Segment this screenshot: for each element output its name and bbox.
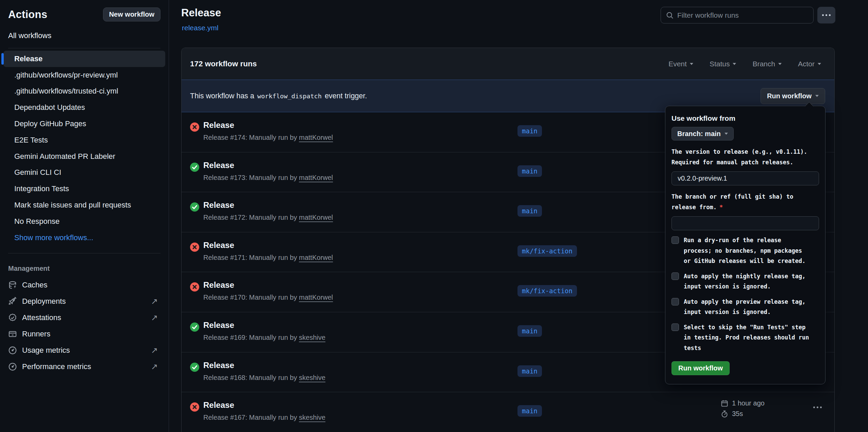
chevron-down-icon xyxy=(725,133,728,135)
branch-label[interactable]: main xyxy=(517,325,542,337)
sidebar-management-item[interactable]: Caches xyxy=(8,277,160,293)
checkbox-row[interactable]: Run a dry-run of the release process; no… xyxy=(671,235,819,266)
run-status-icon xyxy=(190,122,199,132)
run-description: Release #168: Manually run by skeshive xyxy=(203,374,325,382)
run-actor-link[interactable]: skeshive xyxy=(299,414,325,421)
run-kebab-menu[interactable] xyxy=(813,406,822,408)
sidebar-management-item[interactable]: Attestations ↗ xyxy=(8,310,160,326)
run-title-link[interactable]: Release xyxy=(203,361,234,370)
workflow-file-link[interactable]: release.yml xyxy=(182,24,218,32)
branch-label[interactable]: main xyxy=(517,405,542,417)
kebab-icon xyxy=(822,14,824,16)
branch-selector-button[interactable]: Branch: main xyxy=(671,127,734,140)
run-description: Release #169: Manually run by skeshive xyxy=(203,334,325,342)
management-icon xyxy=(8,346,17,355)
workflow-item-label: Gemini CLI CI xyxy=(14,168,61,177)
checkbox[interactable] xyxy=(671,236,679,244)
branch-label[interactable]: mk/fix-action xyxy=(517,285,577,297)
sidebar-workflow-item[interactable]: .github/workflows/pr-review.yml xyxy=(3,67,165,83)
run-actor-link[interactable]: mattKorwel xyxy=(299,254,333,261)
run-title-link[interactable]: Release xyxy=(203,120,234,130)
show-more-workflows-link[interactable]: Show more workflows... xyxy=(8,230,160,246)
run-filters: Event Status Branch Actor xyxy=(668,60,826,68)
sidebar-workflow-item[interactable]: .github/workflows/trusted-ci.yml xyxy=(3,83,165,100)
external-link-icon: ↗ xyxy=(151,297,158,306)
branch-label[interactable]: main xyxy=(517,125,542,137)
management-icon xyxy=(8,297,17,306)
version-input[interactable] xyxy=(671,171,819,185)
filter-dropdown[interactable]: Event xyxy=(668,60,693,68)
workflow-item-label: Integration Tests xyxy=(14,184,69,193)
run-actor-link[interactable]: skeshive xyxy=(299,374,325,381)
failure-x-icon xyxy=(190,122,199,132)
checkbox[interactable] xyxy=(671,298,679,305)
run-description: Release #167: Manually run by skeshive xyxy=(203,414,325,421)
sidebar-workflow-item[interactable]: No Response xyxy=(3,213,165,230)
sidebar-management-item[interactable]: Deployments ↗ xyxy=(8,293,160,310)
success-check-icon xyxy=(190,322,199,332)
workflow-list: Release .github/workflows/pr-review.yml … xyxy=(3,51,165,230)
run-description: Release #170: Manually run by mattKorwel xyxy=(203,294,333,301)
checkbox[interactable] xyxy=(671,272,679,280)
failure-x-icon xyxy=(190,402,199,412)
run-actor-link[interactable]: mattKorwel xyxy=(299,294,333,301)
success-check-icon xyxy=(190,363,199,372)
filter-dropdown[interactable]: Status xyxy=(710,60,736,68)
banner-message: This workflow has aworkflow_dispatcheven… xyxy=(190,92,367,100)
run-actor-link[interactable]: skeshive xyxy=(299,334,325,341)
management-item-label: Performance metrics xyxy=(22,362,91,371)
run-title-link[interactable]: Release xyxy=(203,161,234,170)
run-title-link[interactable]: Release xyxy=(203,200,234,210)
workflow-item-label: E2E Tests xyxy=(14,136,48,145)
checkbox-row[interactable]: Auto apply the preview release tag, inpu… xyxy=(671,297,819,317)
sidebar-management-item[interactable]: Runners xyxy=(8,326,160,342)
checkbox-row[interactable]: Auto apply the nightly release tag, inpu… xyxy=(671,271,819,292)
sidebar-workflow-item[interactable]: Gemini Automated PR Labeler xyxy=(3,148,165,165)
branch-label[interactable]: main xyxy=(517,365,542,377)
run-title-link[interactable]: Release xyxy=(203,240,234,250)
branch-label[interactable]: mk/fix-action xyxy=(517,245,577,257)
run-title-link[interactable]: Release xyxy=(203,400,234,410)
sidebar-item-all-workflows[interactable]: All workflows xyxy=(8,31,160,41)
page-kebab-menu-button[interactable] xyxy=(817,7,835,23)
checkbox[interactable] xyxy=(671,323,679,331)
github-actions-page: Actions New workflow All workflows Relea… xyxy=(0,0,868,432)
version-field-description: The version to release (e.g., v0.1.11). … xyxy=(671,147,819,167)
management-item-label: Usage metrics xyxy=(22,346,70,355)
runs-card-header: 172 workflow runs Event Status Branch Ac… xyxy=(182,48,834,80)
sidebar-workflow-item[interactable]: Release xyxy=(3,51,165,67)
run-status-icon xyxy=(190,322,199,332)
run-status-icon xyxy=(190,282,199,292)
new-workflow-button[interactable]: New workflow xyxy=(103,7,160,21)
run-actor-link[interactable]: mattKorwel xyxy=(299,214,333,221)
sidebar-workflow-item[interactable]: Mark stale issues and pull requests xyxy=(3,197,165,213)
sidebar-workflow-item[interactable]: Dependabot Updates xyxy=(3,99,165,116)
sidebar-workflow-item[interactable]: Deploy GitHub Pages xyxy=(3,116,165,132)
branch-label[interactable]: main xyxy=(517,165,542,177)
search-input[interactable] xyxy=(677,11,808,19)
workflow-item-label: Gemini Automated PR Labeler xyxy=(14,152,115,161)
run-workflow-submit-button[interactable]: Run workflow xyxy=(671,361,730,375)
branch-label[interactable]: main xyxy=(517,205,542,217)
filter-dropdown[interactable]: Branch xyxy=(752,60,782,68)
sidebar-workflow-item[interactable]: Gemini CLI CI xyxy=(3,165,165,181)
filter-workflow-runs-search[interactable] xyxy=(661,7,814,23)
sidebar-workflow-item[interactable]: Integration Tests xyxy=(3,181,165,197)
run-title-link[interactable]: Release xyxy=(203,280,234,290)
ref-input[interactable] xyxy=(671,216,819,230)
run-title-link[interactable]: Release xyxy=(203,320,234,330)
page-title: Release xyxy=(181,7,221,19)
run-actor-link[interactable]: mattKorwel xyxy=(299,134,333,141)
stopwatch-icon xyxy=(721,410,728,418)
run-workflow-dropdown-button[interactable]: Run workflow xyxy=(761,88,825,104)
checkbox-row[interactable]: Select to skip the "Run Tests" step in t… xyxy=(671,322,819,353)
sidebar-management-item[interactable]: Performance metrics ↗ xyxy=(8,359,160,375)
sidebar-management-item[interactable]: Usage metrics ↗ xyxy=(8,342,160,359)
sidebar-workflow-item[interactable]: E2E Tests xyxy=(3,132,165,148)
workflow-run-row[interactable]: Release Release #167: Manually run by sk… xyxy=(182,392,834,432)
workflow-item-label: Deploy GitHub Pages xyxy=(14,119,86,128)
filter-dropdown[interactable]: Actor xyxy=(798,60,821,68)
run-actor-link[interactable]: mattKorwel xyxy=(299,174,333,181)
required-asterisk: * xyxy=(719,204,723,211)
run-description: Release #173: Manually run by mattKorwel xyxy=(203,174,333,182)
